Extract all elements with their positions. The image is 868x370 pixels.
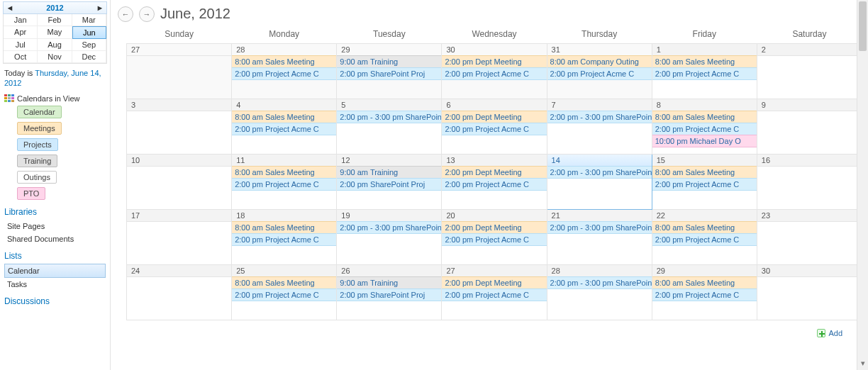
mini-month-sep[interactable]: Sep xyxy=(72,39,106,51)
calendar-day-cell[interactable]: 62:00 pm Dept Meeting2:00 pm Project Acm… xyxy=(442,99,547,155)
calendar-event[interactable]: 2:00 pm Project Acme C xyxy=(442,288,546,301)
calendar-event[interactable]: 2:00 pm SharePoint Proj xyxy=(337,67,441,80)
calendar-day-cell[interactable]: 118:00 am Sales Meeting2:00 pm Project A… xyxy=(232,155,337,210)
nav-heading-lists[interactable]: Lists xyxy=(4,251,106,261)
calendar-event[interactable]: 2:00 pm Project Acme C xyxy=(652,178,757,191)
calendar-day-cell[interactable]: 192:00 pm - 3:00 pm SharePoint Project R… xyxy=(337,210,442,265)
calendar-event[interactable]: 2:00 pm Project Acme C xyxy=(652,123,757,135)
calendar-day-cell[interactable]: 212:00 pm - 3:00 pm SharePoint Project R… xyxy=(547,210,652,265)
calendar-event[interactable]: 2:00 pm Dept Meeting xyxy=(442,166,546,179)
calendar-event[interactable]: 2:00 pm Project Acme C xyxy=(232,288,336,301)
calendar-event[interactable]: 2:00 pm SharePoint Proj xyxy=(337,288,441,301)
overlay-chip-projects[interactable]: Projects xyxy=(17,138,58,151)
calendar-day-cell[interactable]: 142:00 pm - 3:00 pm SharePoint Project R… xyxy=(547,155,652,210)
overlay-chip-training[interactable]: Training xyxy=(17,155,57,167)
calendar-day-cell[interactable]: 2 xyxy=(757,44,862,99)
mini-month-jul[interactable]: Jul xyxy=(4,39,38,51)
calendar-day-cell[interactable]: 129:00 am Training2:00 pm SharePoint Pro… xyxy=(337,155,442,210)
calendar-day-cell[interactable]: 48:00 am Sales Meeting2:00 pm Project Ac… xyxy=(232,99,337,155)
calendar-event[interactable]: 2:00 pm Dept Meeting xyxy=(442,55,546,68)
prev-month-button[interactable]: ← xyxy=(118,6,133,22)
calendar-day-cell[interactable]: 188:00 am Sales Meeting2:00 pm Project A… xyxy=(232,210,337,265)
calendar-event[interactable]: 8:00 am Sales Meeting xyxy=(652,221,757,234)
calendar-day-cell[interactable]: 288:00 am Sales Meeting2:00 pm Project A… xyxy=(232,44,337,99)
calendar-event[interactable]: 2:00 pm - 3:00 pm SharePoint Project Rev… xyxy=(547,221,652,234)
calendar-event[interactable]: 2:00 pm - 3:00 pm SharePoint Project Rev… xyxy=(337,111,441,123)
overlay-chip-pto[interactable]: PTO xyxy=(17,187,45,200)
calendar-day-cell[interactable]: 299:00 am Training2:00 pm SharePoint Pro… xyxy=(337,44,442,99)
calendar-event[interactable]: 8:00 am Sales Meeting xyxy=(652,55,757,68)
calendar-event[interactable]: 2:00 pm Dept Meeting xyxy=(442,111,546,123)
calendar-event[interactable]: 2:00 pm Project Acme C xyxy=(652,288,757,301)
calendar-event[interactable]: 2:00 pm Dept Meeting xyxy=(442,221,546,234)
calendar-event[interactable]: 8:00 am Sales Meeting xyxy=(652,166,757,179)
calendar-event[interactable]: 2:00 pm Project Acme C xyxy=(652,67,757,80)
nav-item-tasks[interactable]: Tasks xyxy=(4,278,106,291)
calendar-event[interactable]: 2:00 pm Dept Meeting xyxy=(442,276,546,289)
calendar-event[interactable]: 8:00 am Sales Meeting xyxy=(232,111,336,123)
nav-item-site-pages[interactable]: Site Pages xyxy=(4,220,106,232)
calendar-day-cell[interactable]: 27 xyxy=(127,44,232,99)
calendar-day-cell[interactable]: 23 xyxy=(757,210,862,265)
calendar-event[interactable]: 2:00 pm Project Acme C xyxy=(547,67,652,80)
calendar-event[interactable]: 10:00 pm Michael Day O xyxy=(652,135,757,147)
calendar-day-cell[interactable]: 272:00 pm Dept Meeting2:00 pm Project Ac… xyxy=(442,265,547,320)
calendar-event[interactable]: 2:00 pm Project Acme C xyxy=(442,178,546,191)
calendar-day-cell[interactable]: 318:00 am Company Outing2:00 pm Project … xyxy=(547,44,652,99)
mini-month-dec[interactable]: Dec xyxy=(72,51,106,63)
scroll-down-icon[interactable]: ▾ xyxy=(857,359,868,370)
calendar-event[interactable]: 2:00 pm - 3:00 pm SharePoint Project Rev… xyxy=(547,276,652,289)
calendar-event[interactable]: 2:00 pm - 3:00 pm SharePoint Project Rev… xyxy=(547,111,652,123)
calendar-day-cell[interactable]: 302:00 pm Dept Meeting2:00 pm Project Ac… xyxy=(442,44,547,99)
calendar-event[interactable]: 2:00 pm - 3:00 pm SharePoint Project Rev… xyxy=(547,166,652,179)
calendar-event[interactable]: 8:00 am Sales Meeting xyxy=(232,276,336,289)
calendar-day-cell[interactable]: 3 xyxy=(127,99,232,155)
mini-month-oct[interactable]: Oct xyxy=(4,51,38,63)
calendar-day-cell[interactable]: 282:00 pm - 3:00 pm SharePoint Project R… xyxy=(547,265,652,320)
calendar-event[interactable]: 2:00 pm Project Acme C xyxy=(232,233,336,246)
calendar-day-cell[interactable]: 132:00 pm Dept Meeting2:00 pm Project Ac… xyxy=(442,155,547,210)
calendar-day-cell[interactable]: 258:00 am Sales Meeting2:00 pm Project A… xyxy=(232,265,337,320)
next-month-button[interactable]: → xyxy=(139,6,155,22)
calendar-day-cell[interactable]: 228:00 am Sales Meeting2:00 pm Project A… xyxy=(652,210,757,265)
calendar-event[interactable]: 8:00 am Sales Meeting xyxy=(652,276,757,289)
calendar-event[interactable]: 9:00 am Training xyxy=(337,166,441,179)
calendar-day-cell[interactable]: 17 xyxy=(127,210,232,265)
calendar-day-cell[interactable]: 9 xyxy=(757,99,862,155)
calendar-event[interactable]: 2:00 pm - 3:00 pm SharePoint Project Rev… xyxy=(337,221,441,234)
mini-month-apr[interactable]: Apr xyxy=(4,26,38,39)
calendar-event[interactable]: 9:00 am Training xyxy=(337,55,441,68)
prev-year-icon[interactable]: ◄ xyxy=(5,4,15,12)
mini-month-mar[interactable]: Mar xyxy=(72,14,106,26)
calendar-day-cell[interactable]: 72:00 pm - 3:00 pm SharePoint Project Re… xyxy=(547,99,652,155)
calendar-event[interactable]: 2:00 pm SharePoint Proj xyxy=(337,178,441,191)
calendar-event[interactable]: 2:00 pm Project Acme C xyxy=(442,123,546,135)
calendar-day-cell[interactable]: 269:00 am Training2:00 pm SharePoint Pro… xyxy=(337,265,442,320)
nav-heading-discussions[interactable]: Discussions xyxy=(4,296,106,306)
calendar-event[interactable]: 2:00 pm Project Acme C xyxy=(232,67,336,80)
calendar-day-cell[interactable]: 158:00 am Sales Meeting2:00 pm Project A… xyxy=(652,155,757,210)
calendar-day-cell[interactable]: 18:00 am Sales Meeting2:00 pm Project Ac… xyxy=(652,44,757,99)
calendar-event[interactable]: 2:00 pm Project Acme C xyxy=(232,178,336,191)
mini-month-nov[interactable]: Nov xyxy=(38,51,72,63)
calendar-event[interactable]: 8:00 am Sales Meeting xyxy=(232,166,336,179)
calendar-day-cell[interactable]: 52:00 pm - 3:00 pm SharePoint Project Re… xyxy=(337,99,442,155)
calendar-day-cell[interactable]: 16 xyxy=(757,155,862,210)
calendar-event[interactable]: 8:00 am Company Outing xyxy=(547,55,652,68)
calendar-day-cell[interactable]: 88:00 am Sales Meeting2:00 pm Project Ac… xyxy=(652,99,757,155)
calendar-event[interactable]: 2:00 pm Project Acme C xyxy=(442,67,546,80)
calendar-event[interactable]: 2:00 pm Project Acme C xyxy=(232,123,336,135)
calendar-day-cell[interactable]: 30 xyxy=(757,265,862,320)
overlay-chip-meetings[interactable]: Meetings xyxy=(17,122,62,135)
calendar-event[interactable]: 8:00 am Sales Meeting xyxy=(232,221,336,234)
add-event-link[interactable]: Add xyxy=(816,329,844,337)
calendar-day-cell[interactable]: 24 xyxy=(127,265,232,320)
calendar-day-cell[interactable]: 10 xyxy=(127,155,232,210)
mini-month-feb[interactable]: Feb xyxy=(38,14,72,26)
calendar-day-cell[interactable]: 202:00 pm Dept Meeting2:00 pm Project Ac… xyxy=(442,210,547,265)
mini-month-jun[interactable]: Jun xyxy=(72,26,106,39)
mini-calendar-year[interactable]: 2012 xyxy=(46,4,63,12)
next-year-icon[interactable]: ► xyxy=(95,4,105,12)
mini-month-jan[interactable]: Jan xyxy=(4,14,38,26)
calendar-event[interactable]: 2:00 pm Project Acme C xyxy=(652,233,757,246)
